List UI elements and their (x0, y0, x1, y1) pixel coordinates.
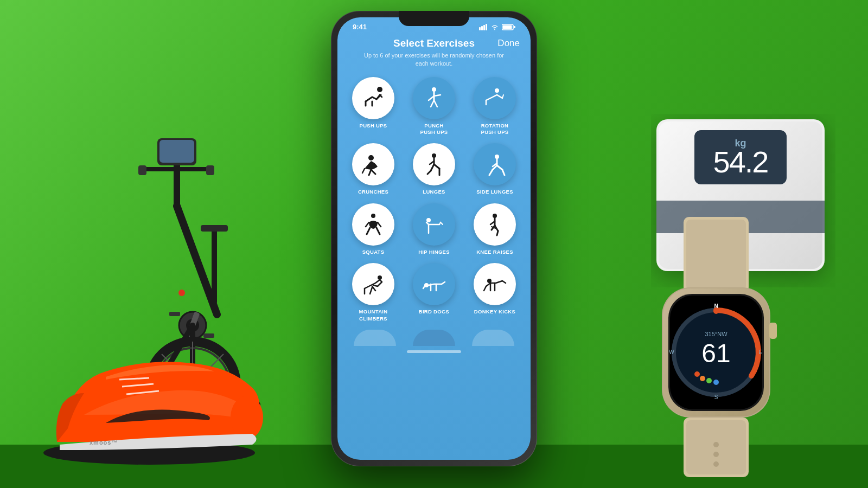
status-time: 9:41 (353, 23, 367, 31)
bird-dogs-label: BIRD DOGS (419, 309, 450, 315)
svg-line-83 (431, 100, 434, 107)
battery-icon (502, 24, 515, 30)
lunge-icon (421, 151, 447, 177)
svg-line-84 (434, 100, 437, 107)
svg-point-68 (713, 452, 719, 457)
exercise-item-hip-hinges[interactable]: HIP HINGES (406, 203, 462, 261)
svg-point-77 (377, 87, 382, 92)
apple-watch: N E S W 315°NW 61 (635, 217, 797, 477)
mountainclimber-icon (360, 271, 386, 297)
svg-text:S: S (714, 394, 718, 400)
exercise-circle-punch-push-ups (413, 77, 455, 119)
svg-point-32 (178, 290, 185, 296)
partial-row (337, 328, 531, 346)
exercise-item-mountain-climbers[interactable]: MOUNTAINCLIMBERS (345, 263, 401, 328)
svg-point-53 (713, 309, 719, 314)
hiphinge-icon (421, 211, 447, 237)
svg-rect-8 (201, 225, 228, 232)
exercise-item-side-lunges[interactable]: SIDE LUNGES (467, 143, 523, 201)
exercise-circle-knee-raises (474, 203, 516, 246)
home-indicator (337, 346, 531, 355)
exercise-circle-bird-dogs (413, 263, 455, 305)
exercise-circle-rotation-push-ups (474, 77, 516, 119)
svg-point-61 (700, 376, 705, 381)
exercise-item-crunches[interactable]: CRUNCHES (345, 143, 401, 201)
svg-line-85 (434, 95, 441, 96)
phone: 9:41 (331, 11, 537, 466)
side-lunges-label: SIDE LUNGES (476, 189, 513, 195)
kneeraise-icon (482, 211, 508, 237)
svg-rect-7 (212, 228, 217, 304)
svg-rect-72 (483, 25, 485, 30)
svg-line-105 (489, 170, 493, 175)
exercise-circle-lunges (413, 143, 455, 185)
exercise-item-punch-push-ups[interactable]: PUNCHPUSH UPS (406, 77, 462, 142)
svg-point-63 (713, 380, 719, 385)
app-header: Select Exercises Done (337, 31, 531, 52)
status-icons (479, 24, 515, 30)
mountain-climbers-label: MOUNTAINCLIMBERS (359, 309, 388, 322)
svg-rect-3 (141, 167, 212, 171)
exercise-item-squats[interactable]: SQUATS (345, 203, 401, 261)
svg-line-88 (502, 95, 503, 98)
exercise-item-bird-dogs[interactable]: BIRD DOGS (406, 263, 462, 328)
wifi-icon (490, 24, 499, 30)
signal-icon (479, 24, 488, 30)
exercise-grid: PUSH UPS PUNCHPUSH UPS (337, 77, 531, 328)
svg-line-91 (371, 170, 375, 174)
done-button[interactable]: Done (497, 38, 520, 49)
lunges-label: LUNGES (423, 189, 445, 195)
svg-line-107 (367, 228, 370, 234)
exercise-circle-crunches (352, 143, 394, 185)
donkey-kicks-label: DONKEY KICKS (474, 309, 515, 315)
svg-line-133 (484, 286, 486, 291)
crunch-icon (360, 151, 386, 177)
svg-text:315°NW: 315°NW (705, 331, 727, 337)
svg-text:W: W (669, 349, 674, 355)
svg-rect-71 (481, 26, 483, 30)
exercise-item-push-ups[interactable]: PUSH UPS (345, 77, 401, 142)
svg-point-106 (371, 214, 375, 218)
exercise-circle-donkey-kicks (474, 263, 516, 305)
exercise-item-lunges[interactable]: LUNGES (406, 143, 462, 201)
exercise-item-knee-raises[interactable]: KNEE RAISES (467, 203, 523, 261)
svg-line-102 (497, 165, 502, 170)
svg-rect-46 (686, 220, 746, 290)
rotation-push-ups-label: ROTATIONPUSH UPS (481, 123, 509, 136)
svg-rect-4 (138, 165, 146, 175)
crunches-label: CRUNCHES (358, 189, 388, 195)
pushup-icon (360, 85, 386, 111)
squat-icon (360, 211, 386, 237)
birddog-icon (421, 271, 447, 297)
exercise-item-donkey-kicks[interactable]: DONKEY KICKS (467, 263, 523, 328)
svg-point-69 (713, 461, 719, 467)
svg-text:xmoos™: xmoos™ (90, 439, 118, 446)
svg-point-89 (368, 155, 374, 160)
subtitle: Up to 6 of your exercises will be random… (337, 52, 531, 77)
svg-line-96 (427, 171, 431, 174)
phone-notch (399, 11, 469, 26)
svg-line-97 (434, 164, 439, 169)
exercise-item-rotation-push-ups[interactable]: ROTATIONPUSH UPS (467, 77, 523, 142)
svg-point-86 (495, 88, 499, 93)
svg-point-111 (426, 218, 431, 222)
sidelunge-icon (482, 151, 508, 177)
exercise-circle-squats (352, 203, 394, 246)
svg-line-123 (372, 286, 375, 291)
donkeykick-icon (482, 271, 508, 297)
svg-line-108 (376, 228, 380, 234)
hip-hinges-label: HIP HINGES (418, 249, 450, 255)
svg-rect-2 (159, 140, 194, 163)
exercise-circle-push-ups (352, 77, 394, 119)
punch-icon (421, 85, 447, 111)
svg-point-67 (713, 442, 719, 447)
svg-line-95 (431, 164, 434, 171)
svg-line-117 (497, 231, 498, 235)
svg-line-6 (177, 206, 217, 314)
svg-text:54.2: 54.2 (713, 145, 768, 179)
svg-line-128 (442, 282, 445, 284)
svg-rect-70 (479, 27, 481, 30)
svg-point-37 (231, 396, 263, 439)
rotation-icon (482, 85, 508, 111)
svg-text:N: N (714, 303, 718, 309)
